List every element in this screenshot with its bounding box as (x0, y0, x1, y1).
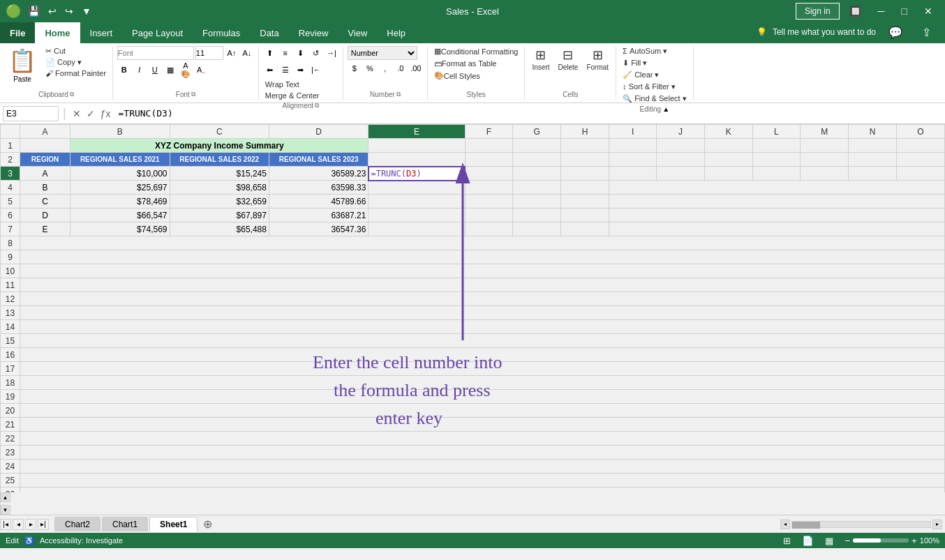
cell-j2[interactable] (657, 153, 705, 167)
tab-insert[interactable]: Insert (80, 22, 123, 43)
tab-formulas[interactable]: Formulas (193, 22, 250, 43)
cell-i2[interactable] (609, 153, 657, 167)
align-center-button[interactable]: ☰ (278, 63, 292, 77)
font-expand-icon[interactable]: ⧉ (191, 91, 195, 98)
format-button[interactable]: ⊞ Format (583, 46, 611, 73)
empty-row-18[interactable] (20, 376, 945, 390)
cell-b6[interactable]: $66,547 (70, 209, 170, 222)
cell-b4[interactable]: $25,697 (70, 181, 170, 195)
close-button[interactable]: ✕ (917, 0, 939, 22)
fill-button[interactable]: ⬇ Fill ▾ (620, 58, 649, 68)
tab-review[interactable]: Review (289, 22, 338, 43)
cell-b2[interactable]: REGIONAL SALES 2021 (70, 153, 170, 167)
row-header[interactable]: 13 (1, 306, 20, 320)
cell-c3[interactable]: $15,245 (170, 167, 269, 181)
col-header-b[interactable]: B (70, 125, 170, 139)
row-header[interactable]: 25 (1, 474, 20, 487)
empty-row-15[interactable] (20, 334, 945, 348)
collapse-ribbon-button[interactable]: ▲ (662, 105, 669, 113)
cut-button[interactable]: ✂ Cut (43, 46, 108, 56)
row-header[interactable]: 10 (1, 264, 20, 278)
paste-button[interactable]: 📋 (4, 46, 40, 75)
cell-styles-button[interactable]: 🎨 Cell Styles (432, 70, 482, 81)
empty-row-24[interactable] (20, 460, 945, 474)
merge-center-button[interactable]: Merge & Center (263, 91, 322, 100)
cell-f4[interactable] (465, 181, 513, 195)
tab-chart2[interactable]: Chart2 (54, 517, 101, 531)
formula-input[interactable] (115, 108, 942, 119)
vertical-scrollbar[interactable]: ▲ ▼ (0, 492, 10, 515)
orientation-button[interactable]: ↺ (309, 46, 323, 60)
empty-row-8[interactable] (20, 236, 945, 250)
conditional-formatting-button[interactable]: ▦ Conditional Formatting (432, 46, 521, 56)
row-header[interactable]: 8 (1, 236, 20, 250)
sort-filter-button[interactable]: ↕ Sort & Filter ▾ (620, 82, 678, 92)
cell-l1[interactable] (752, 139, 801, 153)
increase-decimal-button[interactable]: .00 (409, 61, 423, 75)
empty-row-23[interactable] (20, 446, 945, 460)
insert-function-button[interactable]: ƒx (98, 108, 113, 119)
cell-d2[interactable]: REGIONAL SALES 2023 (269, 153, 368, 167)
empty-row-26[interactable] (20, 487, 945, 493)
cell-o2[interactable] (896, 153, 944, 167)
page-layout-view-button[interactable]: 📄 (802, 536, 814, 546)
tab-page-layout[interactable]: Page Layout (122, 22, 193, 43)
cell-i3[interactable] (609, 167, 657, 181)
row-header[interactable]: 20 (1, 404, 20, 418)
col-header-a[interactable]: A (20, 125, 70, 139)
cell-f3[interactable] (465, 167, 513, 181)
autosum-button[interactable]: Σ AutoSum ▾ (620, 46, 669, 56)
cell-f5[interactable] (465, 195, 513, 209)
cell-n3[interactable] (849, 167, 897, 181)
row-header[interactable]: 19 (1, 390, 20, 404)
cell-a1[interactable] (20, 139, 70, 153)
cell-g2[interactable] (513, 153, 561, 167)
number-expand-icon[interactable]: ⧉ (396, 91, 401, 98)
row-header[interactable]: 9 (1, 250, 20, 264)
cell-i1[interactable] (609, 139, 657, 153)
clipboard-expand-icon[interactable]: ⧉ (70, 91, 74, 98)
cell-c2[interactable]: REGIONAL SALES 2022 (170, 153, 269, 167)
cell-m3[interactable] (801, 167, 849, 181)
format-as-table-button[interactable]: 🗃 Format as Table (432, 59, 499, 68)
accept-formula-button[interactable]: ✓ (84, 108, 97, 119)
percent-button[interactable]: % (363, 61, 377, 75)
cell-g1[interactable] (513, 139, 561, 153)
sheet-next-button[interactable]: ▸ (25, 519, 36, 530)
cell-f2[interactable] (465, 153, 513, 167)
find-select-button[interactable]: 🔍 Find & Select ▾ (620, 93, 689, 104)
cell-h7[interactable] (561, 222, 609, 236)
row-header[interactable]: 2 (1, 153, 20, 167)
cell-m1[interactable] (801, 139, 849, 153)
cell-e4[interactable] (369, 181, 465, 195)
zoom-thumb[interactable] (853, 538, 881, 543)
col-header-f[interactable]: F (465, 125, 513, 139)
align-top-button[interactable]: ⬆ (263, 46, 277, 60)
delete-button[interactable]: ⊟ Delete (556, 46, 581, 73)
row-header[interactable]: 6 (1, 209, 20, 222)
cell-h2[interactable] (561, 153, 609, 167)
col-header-d[interactable]: D (269, 125, 368, 139)
sheet-last-button[interactable]: ▸| (38, 519, 49, 530)
border-button[interactable]: ▦ (163, 63, 177, 77)
cell-g3[interactable] (513, 167, 561, 181)
cell-n1[interactable] (849, 139, 897, 153)
increase-font-button[interactable]: A↑ (225, 46, 239, 60)
align-bottom-button[interactable]: ⬇ (294, 46, 308, 60)
qat-dropdown-button[interactable]: ▼ (79, 4, 94, 18)
page-break-view-button[interactable]: ▦ (825, 536, 833, 546)
empty-row-12[interactable] (20, 292, 945, 306)
cell-b1[interactable]: XYZ Company Income Summary (70, 139, 369, 153)
cell-d6[interactable]: 63687.21 (269, 209, 368, 222)
cell-b5[interactable]: $78,469 (70, 195, 170, 209)
row-header[interactable]: 7 (1, 222, 20, 236)
cell-c4[interactable]: $98,658 (170, 181, 269, 195)
cell-g4[interactable] (513, 181, 561, 195)
ribbon-display-button[interactable]: 🔲 (842, 0, 868, 22)
tell-me-text[interactable]: Tell me what you want to do (773, 27, 876, 37)
row-header[interactable]: 26 (1, 487, 20, 493)
row-header[interactable]: 15 (1, 334, 20, 348)
empty-row-13[interactable] (20, 306, 945, 320)
col-header-n[interactable]: N (849, 125, 897, 139)
cell-m2[interactable] (801, 153, 849, 167)
